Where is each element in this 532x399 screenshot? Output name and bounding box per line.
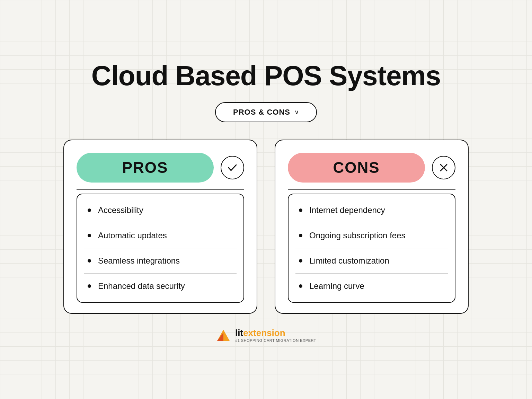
chevron-down-icon: ∨ <box>294 108 299 116</box>
page-title: Cloud Based POS Systems <box>91 60 441 92</box>
bullet-icon <box>299 234 302 237</box>
pros-title-pill: PROS <box>77 153 214 183</box>
bullet-icon <box>299 209 302 212</box>
pros-item-4: Enhanced data security <box>98 281 185 291</box>
footer-subtitle: #1 SHOPPING CART MIGRATION EXPERT <box>235 338 316 343</box>
pros-check-icon <box>221 156 244 179</box>
list-item: Limited customization <box>295 248 448 274</box>
badge-label: PROS & CONS <box>233 108 290 117</box>
footer-brand-name: litextension <box>235 328 316 338</box>
cons-x-icon <box>432 156 455 179</box>
footer-brand-accent: extension <box>243 328 285 338</box>
pros-card: PROS Accessibility Automatic updates <box>63 140 257 314</box>
page-wrapper: Cloud Based POS Systems PROS & CONS ∨ PR… <box>41 46 491 353</box>
list-item: Learning curve <box>295 274 448 299</box>
pros-item-3: Seamless integrations <box>98 256 180 266</box>
pros-title: PROS <box>122 159 168 176</box>
pros-divider <box>77 189 244 190</box>
footer: litextension #1 SHOPPING CART MIGRATION … <box>216 328 316 343</box>
litextension-logo-icon <box>216 328 231 343</box>
list-item: Enhanced data security <box>84 274 237 299</box>
cons-items-box: Internet dependency Ongoing subscription… <box>288 194 455 303</box>
list-item: Seamless integrations <box>84 248 237 274</box>
list-item: Ongoing subscription fees <box>295 223 448 248</box>
footer-brand: litextension #1 SHOPPING CART MIGRATION … <box>235 328 316 343</box>
bullet-icon <box>88 284 91 288</box>
pros-cons-badge[interactable]: PROS & CONS ∨ <box>215 102 317 122</box>
cons-item-1: Internet dependency <box>309 205 385 215</box>
cons-card: CONS Internet dependency Ongoing su <box>275 140 469 314</box>
list-item: Accessibility <box>84 198 237 223</box>
bullet-icon <box>299 284 302 288</box>
cons-item-2: Ongoing subscription fees <box>309 231 406 240</box>
bullet-icon <box>88 259 91 263</box>
cons-divider <box>288 189 455 190</box>
pros-item-2: Automatic updates <box>98 231 167 240</box>
cons-title-pill: CONS <box>288 153 425 183</box>
cons-item-3: Limited customization <box>309 256 389 266</box>
cards-row: PROS Accessibility Automatic updates <box>48 140 484 314</box>
list-item: Internet dependency <box>295 198 448 223</box>
pros-items-box: Accessibility Automatic updates Seamless… <box>77 194 244 303</box>
cons-item-4: Learning curve <box>309 281 364 291</box>
cons-title: CONS <box>333 159 380 176</box>
bullet-icon <box>299 259 302 263</box>
bullet-icon <box>88 234 91 237</box>
pros-item-1: Accessibility <box>98 205 143 215</box>
pros-card-header: PROS <box>77 153 244 183</box>
bullet-icon <box>88 209 91 212</box>
list-item: Automatic updates <box>84 223 237 248</box>
cons-card-header: CONS <box>288 153 455 183</box>
